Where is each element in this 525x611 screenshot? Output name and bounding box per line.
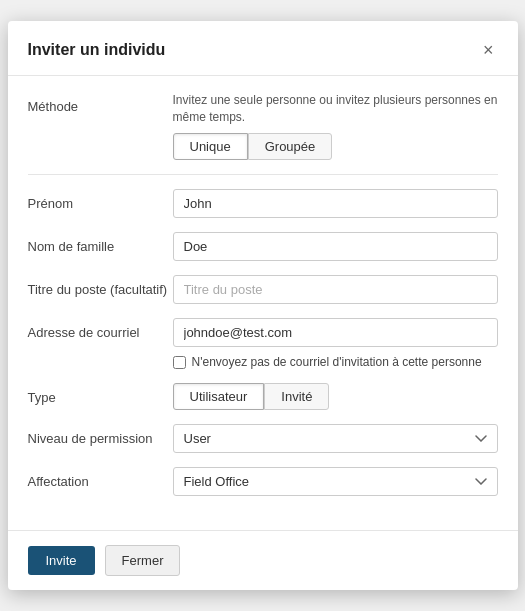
last-name-label: Nom de famille (28, 232, 173, 254)
permission-label: Niveau de permission (28, 424, 173, 446)
type-toggle-group: Utilisateur Invité (173, 383, 498, 410)
fermer-button[interactable]: Fermer (105, 545, 181, 576)
no-invite-label[interactable]: N'envoyez pas de courriel d'invitation à… (192, 355, 482, 369)
email-input[interactable] (173, 318, 498, 347)
first-name-control (173, 189, 498, 218)
method-groupee-button[interactable]: Groupée (248, 133, 333, 160)
method-toggle-group: Unique Groupée (173, 133, 498, 160)
email-row: Adresse de courriel N'envoyez pas de cou… (28, 318, 498, 369)
job-title-row: Titre du poste (facultatif) (28, 275, 498, 304)
no-invite-checkbox[interactable] (173, 356, 186, 369)
modal-header: Inviter un individu × (8, 21, 518, 76)
type-utilisateur-button[interactable]: Utilisateur (173, 383, 265, 410)
permission-control: User Admin Viewer (173, 424, 498, 453)
email-control: N'envoyez pas de courriel d'invitation à… (173, 318, 498, 369)
method-row: Méthode Invitez une seule personne ou in… (28, 92, 498, 161)
type-row: Type Utilisateur Invité (28, 383, 498, 410)
affectation-control: Field Office Head Office Remote (173, 467, 498, 496)
affectation-select[interactable]: Field Office Head Office Remote (173, 467, 498, 496)
last-name-control (173, 232, 498, 261)
permission-row: Niveau de permission User Admin Viewer (28, 424, 498, 453)
invite-button[interactable]: Invite (28, 546, 95, 575)
type-control: Utilisateur Invité (173, 383, 498, 410)
modal-body: Méthode Invitez une seule personne ou in… (8, 76, 518, 531)
modal-footer: Invite Fermer (8, 530, 518, 590)
job-title-input[interactable] (173, 275, 498, 304)
modal-title: Inviter un individu (28, 41, 166, 59)
first-name-row: Prénom (28, 189, 498, 218)
permission-select[interactable]: User Admin Viewer (173, 424, 498, 453)
affectation-label: Affectation (28, 467, 173, 489)
type-label: Type (28, 383, 173, 405)
email-label: Adresse de courriel (28, 318, 173, 340)
method-label: Méthode (28, 92, 173, 114)
job-title-label: Titre du poste (facultatif) (28, 275, 173, 297)
invite-modal: Inviter un individu × Méthode Invitez un… (8, 21, 518, 591)
job-title-control (173, 275, 498, 304)
first-name-label: Prénom (28, 189, 173, 211)
affectation-row: Affectation Field Office Head Office Rem… (28, 467, 498, 496)
last-name-row: Nom de famille (28, 232, 498, 261)
divider-1 (28, 174, 498, 175)
last-name-input[interactable] (173, 232, 498, 261)
method-unique-button[interactable]: Unique (173, 133, 248, 160)
first-name-input[interactable] (173, 189, 498, 218)
method-control: Invitez une seule personne ou invitez pl… (173, 92, 498, 161)
no-invite-row: N'envoyez pas de courriel d'invitation à… (173, 355, 498, 369)
method-description: Invitez une seule personne ou invitez pl… (173, 92, 498, 126)
type-invite-button[interactable]: Invité (264, 383, 329, 410)
close-icon-button[interactable]: × (479, 39, 498, 61)
